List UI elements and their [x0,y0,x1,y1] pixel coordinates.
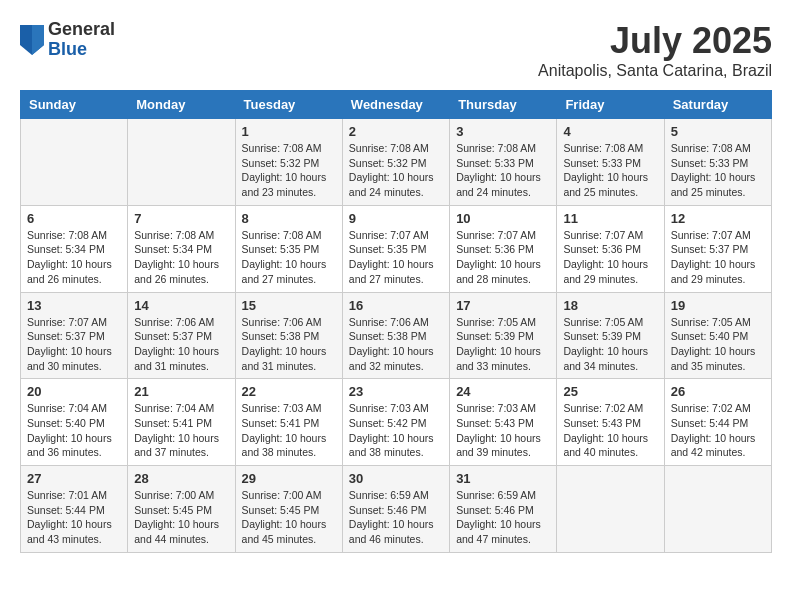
day-info: Sunrise: 7:07 AM Sunset: 5:36 PM Dayligh… [456,228,550,287]
day-number: 26 [671,384,765,399]
day-info: Sunrise: 7:07 AM Sunset: 5:37 PM Dayligh… [671,228,765,287]
day-number: 8 [242,211,336,226]
day-number: 9 [349,211,443,226]
weekday-header: Saturday [664,91,771,119]
calendar-cell [664,466,771,553]
day-info: Sunrise: 7:07 AM Sunset: 5:35 PM Dayligh… [349,228,443,287]
calendar-cell: 10Sunrise: 7:07 AM Sunset: 5:36 PM Dayli… [450,205,557,292]
calendar-cell: 15Sunrise: 7:06 AM Sunset: 5:38 PM Dayli… [235,292,342,379]
day-number: 2 [349,124,443,139]
calendar-cell: 7Sunrise: 7:08 AM Sunset: 5:34 PM Daylig… [128,205,235,292]
day-number: 19 [671,298,765,313]
calendar-cell: 25Sunrise: 7:02 AM Sunset: 5:43 PM Dayli… [557,379,664,466]
day-number: 10 [456,211,550,226]
day-number: 22 [242,384,336,399]
day-number: 20 [27,384,121,399]
day-number: 13 [27,298,121,313]
calendar-cell: 11Sunrise: 7:07 AM Sunset: 5:36 PM Dayli… [557,205,664,292]
calendar-cell: 9Sunrise: 7:07 AM Sunset: 5:35 PM Daylig… [342,205,449,292]
calendar-cell: 28Sunrise: 7:00 AM Sunset: 5:45 PM Dayli… [128,466,235,553]
day-number: 11 [563,211,657,226]
day-number: 1 [242,124,336,139]
logo-text: General Blue [48,20,115,60]
calendar-cell: 3Sunrise: 7:08 AM Sunset: 5:33 PM Daylig… [450,119,557,206]
day-number: 15 [242,298,336,313]
day-info: Sunrise: 7:06 AM Sunset: 5:38 PM Dayligh… [242,315,336,374]
calendar-cell [21,119,128,206]
location-subtitle: Anitapolis, Santa Catarina, Brazil [538,62,772,80]
calendar-cell: 30Sunrise: 6:59 AM Sunset: 5:46 PM Dayli… [342,466,449,553]
calendar-cell: 23Sunrise: 7:03 AM Sunset: 5:42 PM Dayli… [342,379,449,466]
logo-icon [20,25,44,55]
calendar-cell: 14Sunrise: 7:06 AM Sunset: 5:37 PM Dayli… [128,292,235,379]
day-info: Sunrise: 7:07 AM Sunset: 5:36 PM Dayligh… [563,228,657,287]
day-info: Sunrise: 7:08 AM Sunset: 5:32 PM Dayligh… [242,141,336,200]
title-block: July 2025 Anitapolis, Santa Catarina, Br… [538,20,772,80]
weekday-header: Sunday [21,91,128,119]
day-number: 27 [27,471,121,486]
day-info: Sunrise: 7:08 AM Sunset: 5:33 PM Dayligh… [563,141,657,200]
day-number: 16 [349,298,443,313]
day-info: Sunrise: 7:05 AM Sunset: 5:40 PM Dayligh… [671,315,765,374]
day-number: 12 [671,211,765,226]
svg-marker-1 [32,25,44,55]
day-info: Sunrise: 7:05 AM Sunset: 5:39 PM Dayligh… [456,315,550,374]
day-info: Sunrise: 7:03 AM Sunset: 5:41 PM Dayligh… [242,401,336,460]
weekday-header: Monday [128,91,235,119]
day-info: Sunrise: 7:00 AM Sunset: 5:45 PM Dayligh… [134,488,228,547]
day-info: Sunrise: 7:08 AM Sunset: 5:34 PM Dayligh… [27,228,121,287]
calendar-cell: 13Sunrise: 7:07 AM Sunset: 5:37 PM Dayli… [21,292,128,379]
day-info: Sunrise: 7:08 AM Sunset: 5:34 PM Dayligh… [134,228,228,287]
day-info: Sunrise: 6:59 AM Sunset: 5:46 PM Dayligh… [349,488,443,547]
calendar-cell: 21Sunrise: 7:04 AM Sunset: 5:41 PM Dayli… [128,379,235,466]
calendar-week-row: 20Sunrise: 7:04 AM Sunset: 5:40 PM Dayli… [21,379,772,466]
logo-blue: Blue [48,40,115,60]
calendar-cell: 17Sunrise: 7:05 AM Sunset: 5:39 PM Dayli… [450,292,557,379]
calendar-cell: 29Sunrise: 7:00 AM Sunset: 5:45 PM Dayli… [235,466,342,553]
day-number: 29 [242,471,336,486]
weekday-header: Thursday [450,91,557,119]
weekday-header: Friday [557,91,664,119]
calendar-cell [128,119,235,206]
day-info: Sunrise: 7:03 AM Sunset: 5:42 PM Dayligh… [349,401,443,460]
calendar-cell: 12Sunrise: 7:07 AM Sunset: 5:37 PM Dayli… [664,205,771,292]
day-number: 5 [671,124,765,139]
day-info: Sunrise: 7:08 AM Sunset: 5:33 PM Dayligh… [456,141,550,200]
day-number: 21 [134,384,228,399]
day-number: 18 [563,298,657,313]
day-info: Sunrise: 7:08 AM Sunset: 5:32 PM Dayligh… [349,141,443,200]
day-number: 23 [349,384,443,399]
day-number: 24 [456,384,550,399]
calendar-week-row: 6Sunrise: 7:08 AM Sunset: 5:34 PM Daylig… [21,205,772,292]
day-info: Sunrise: 7:01 AM Sunset: 5:44 PM Dayligh… [27,488,121,547]
day-info: Sunrise: 7:08 AM Sunset: 5:33 PM Dayligh… [671,141,765,200]
day-number: 30 [349,471,443,486]
calendar-cell: 16Sunrise: 7:06 AM Sunset: 5:38 PM Dayli… [342,292,449,379]
logo: General Blue [20,20,115,60]
calendar-week-row: 27Sunrise: 7:01 AM Sunset: 5:44 PM Dayli… [21,466,772,553]
calendar-cell: 6Sunrise: 7:08 AM Sunset: 5:34 PM Daylig… [21,205,128,292]
day-number: 25 [563,384,657,399]
calendar-table: SundayMondayTuesdayWednesdayThursdayFrid… [20,90,772,553]
day-number: 14 [134,298,228,313]
calendar-cell: 22Sunrise: 7:03 AM Sunset: 5:41 PM Dayli… [235,379,342,466]
day-info: Sunrise: 7:04 AM Sunset: 5:41 PM Dayligh… [134,401,228,460]
day-info: Sunrise: 7:00 AM Sunset: 5:45 PM Dayligh… [242,488,336,547]
day-info: Sunrise: 7:06 AM Sunset: 5:38 PM Dayligh… [349,315,443,374]
day-number: 7 [134,211,228,226]
calendar-cell: 2Sunrise: 7:08 AM Sunset: 5:32 PM Daylig… [342,119,449,206]
page-header: General Blue July 2025 Anitapolis, Santa… [20,20,772,80]
day-info: Sunrise: 7:04 AM Sunset: 5:40 PM Dayligh… [27,401,121,460]
month-title: July 2025 [538,20,772,62]
calendar-cell: 24Sunrise: 7:03 AM Sunset: 5:43 PM Dayli… [450,379,557,466]
calendar-cell: 8Sunrise: 7:08 AM Sunset: 5:35 PM Daylig… [235,205,342,292]
logo-general: General [48,20,115,40]
calendar-week-row: 1Sunrise: 7:08 AM Sunset: 5:32 PM Daylig… [21,119,772,206]
calendar-cell: 18Sunrise: 7:05 AM Sunset: 5:39 PM Dayli… [557,292,664,379]
day-info: Sunrise: 7:02 AM Sunset: 5:43 PM Dayligh… [563,401,657,460]
day-info: Sunrise: 7:05 AM Sunset: 5:39 PM Dayligh… [563,315,657,374]
calendar-cell: 5Sunrise: 7:08 AM Sunset: 5:33 PM Daylig… [664,119,771,206]
day-info: Sunrise: 7:07 AM Sunset: 5:37 PM Dayligh… [27,315,121,374]
day-number: 6 [27,211,121,226]
calendar-cell: 20Sunrise: 7:04 AM Sunset: 5:40 PM Dayli… [21,379,128,466]
